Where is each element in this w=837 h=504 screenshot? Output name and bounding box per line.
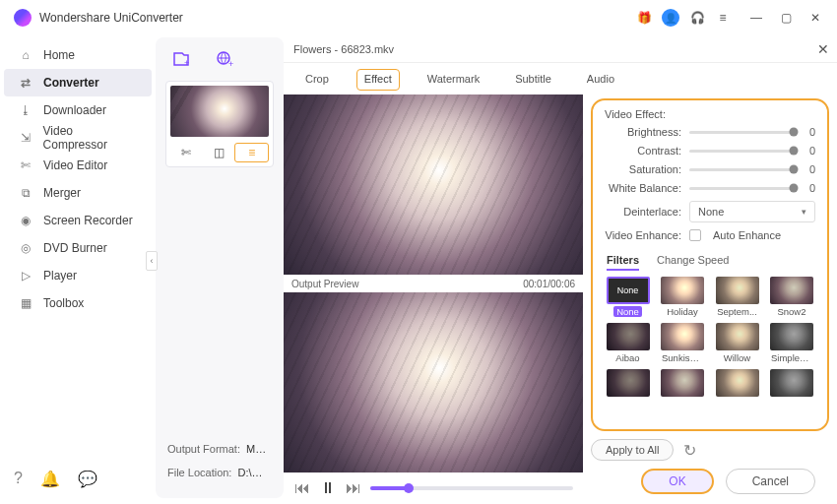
sidebar-item-toolbox[interactable]: ▦Toolbox: [4, 289, 152, 317]
filter-aibao[interactable]: Aibao: [605, 323, 651, 363]
add-file-button[interactable]: +: [171, 49, 191, 69]
editor-tab-subtitle[interactable]: Subtitle: [507, 69, 559, 91]
help-icon[interactable]: ?: [14, 470, 23, 488]
sidebar-item-compressor[interactable]: ⇲Video Compressor: [4, 124, 152, 152]
sidebar-item-label: Video Compressor: [43, 124, 138, 152]
sidebar-collapse-handle[interactable]: ‹: [146, 251, 158, 271]
sidebar-item-converter[interactable]: ⇄Converter: [4, 69, 152, 96]
preview-time: 00:01/00:06: [523, 279, 575, 289]
feedback-icon[interactable]: 💬: [78, 470, 97, 488]
add-url-button[interactable]: +: [215, 49, 234, 69]
chevron-down-icon: ▾: [802, 207, 806, 217]
sidebar-item-video-editor[interactable]: ✄Video Editor: [4, 152, 152, 179]
deinterlace-select[interactable]: None▾: [689, 201, 815, 222]
slider-value: 0: [802, 182, 815, 194]
ok-button[interactable]: OK: [641, 469, 713, 494]
minimize-button[interactable]: —: [748, 10, 764, 26]
filter-caption: SimpleEl...: [768, 352, 815, 363]
sidebar-item-label: Toolbox: [43, 296, 84, 310]
filter-caption: None: [613, 306, 642, 317]
crop-tool-icon[interactable]: ◫: [203, 143, 235, 162]
sidebar-item-downloader[interactable]: ⭳Downloader: [4, 96, 152, 124]
editor-tab-watermark[interactable]: Watermark: [419, 69, 487, 91]
sidebar-item-player[interactable]: ▷Player: [4, 262, 152, 289]
sidebar-item-label: Downloader: [43, 103, 106, 117]
filter-willow[interactable]: Willow: [714, 323, 760, 363]
filter-caption: Septem...: [714, 306, 760, 317]
filter-item-10[interactable]: [714, 369, 760, 399]
sidebar-item-label: Screen Recorder: [43, 214, 133, 227]
menu-icon[interactable]: ≡: [715, 10, 731, 26]
brightness-slider[interactable]: [689, 131, 794, 134]
slider-value: 0: [802, 145, 815, 157]
sidebar-item-label: Video Editor: [43, 158, 107, 172]
slider-label: White Balance:: [605, 182, 681, 194]
subtab-change-speed[interactable]: Change Speed: [657, 254, 729, 271]
file-location-value[interactable]: D:\Wondersh: [237, 467, 272, 478]
filter-snow2[interactable]: Snow2: [768, 277, 815, 317]
editor-tab-effect[interactable]: Effect: [356, 69, 400, 91]
apply-to-all-button[interactable]: Apply to All: [591, 439, 674, 461]
saturation-slider[interactable]: [689, 168, 794, 171]
video-effect-title: Video Effect:: [605, 108, 815, 120]
effect-editor-dialog: Flowers - 66823.mkv ✕ CropEffectWatermar…: [284, 35, 837, 504]
notifications-icon[interactable]: 🔔: [40, 470, 60, 488]
subtab-filters[interactable]: Filters: [607, 254, 639, 271]
filter-simpleel-[interactable]: SimpleEl...: [768, 323, 815, 363]
scissors-icon: ✄: [18, 158, 33, 172]
filter-septem-[interactable]: Septem...: [714, 277, 760, 317]
slider-value: 0: [802, 163, 815, 175]
auto-enhance-label: Auto Enhance: [713, 229, 781, 241]
filter-caption: Aibao: [612, 352, 642, 363]
close-dialog-button[interactable]: ✕: [817, 41, 829, 57]
support-icon[interactable]: 🎧: [689, 10, 705, 26]
sidebar-item-merger[interactable]: ⧉Merger: [4, 179, 152, 207]
account-avatar[interactable]: 👤: [662, 9, 679, 27]
filter-item-8[interactable]: [605, 369, 651, 399]
seek-bar[interactable]: [370, 486, 573, 490]
gift-icon[interactable]: 🎁: [636, 10, 652, 26]
editor-tab-audio[interactable]: Audio: [579, 69, 622, 91]
reset-icon[interactable]: ↻: [683, 441, 696, 460]
pause-button[interactable]: ⏸: [319, 479, 337, 497]
cancel-button[interactable]: Cancel: [726, 469, 815, 494]
output-format-value[interactable]: MP4 HD 720P: [246, 443, 272, 455]
maximize-button[interactable]: ▢: [778, 10, 794, 26]
slider-label: Saturation:: [605, 163, 681, 175]
sidebar-item-label: Player: [43, 269, 77, 283]
file-location-label: File Location:: [167, 467, 231, 478]
worklist-panel: + + ✄ ◫ ≡ Output Format:MP4 HD 720P File…: [156, 37, 284, 498]
next-frame-button[interactable]: ⏭: [345, 479, 362, 497]
close-window-button[interactable]: ✕: [807, 10, 823, 26]
filter-sunkissed[interactable]: Sunkissed: [659, 323, 706, 363]
slider-label: Contrast:: [605, 145, 681, 157]
editor-tab-crop[interactable]: Crop: [297, 69, 337, 91]
whitebalance-slider[interactable]: [689, 187, 794, 190]
auto-enhance-checkbox[interactable]: [689, 229, 701, 241]
toolbox-icon: ▦: [18, 296, 33, 310]
svg-text:+: +: [184, 58, 189, 68]
deinterlace-label: Deinterlace:: [605, 206, 681, 218]
play-icon: ▷: [18, 269, 33, 283]
clip-card[interactable]: ✄ ◫ ≡: [165, 81, 274, 167]
sidebar-item-screen-recorder[interactable]: ◉Screen Recorder: [4, 207, 152, 234]
filter-holiday[interactable]: Holiday: [659, 277, 706, 317]
editor-file-name: Flowers - 66823.mkv: [293, 43, 394, 55]
sidebar-item-label: DVD Burner: [43, 241, 107, 255]
output-format-label: Output Format:: [167, 443, 240, 455]
app-title: Wondershare UniConverter: [39, 11, 183, 25]
effect-tool-icon[interactable]: ≡: [234, 143, 269, 162]
preview-label: Output Preview: [291, 279, 358, 289]
prev-frame-button[interactable]: ⏮: [293, 479, 311, 497]
sidebar-item-label: Home: [43, 48, 75, 62]
sidebar-item-home[interactable]: ⌂Home: [4, 41, 152, 69]
trim-tool-icon[interactable]: ✄: [170, 143, 203, 162]
contrast-slider[interactable]: [689, 150, 794, 153]
sidebar-item-dvd-burner[interactable]: ◎DVD Burner: [4, 234, 152, 262]
filter-item-11[interactable]: [768, 369, 815, 399]
filter-item-9[interactable]: [659, 369, 706, 399]
merge-icon: ⧉: [18, 186, 33, 200]
filter-none[interactable]: NoneNone: [605, 277, 651, 317]
download-icon: ⭳: [18, 103, 33, 117]
deinterlace-value: None: [698, 206, 724, 218]
